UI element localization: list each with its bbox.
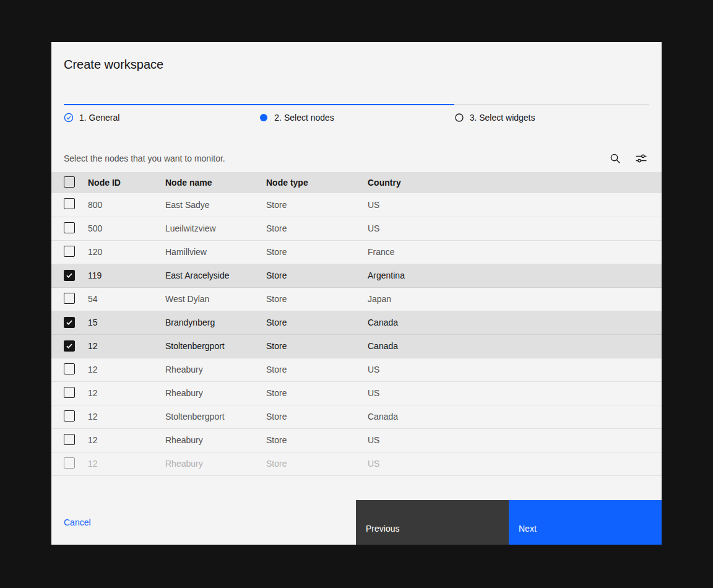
cell-country: US (368, 452, 662, 475)
cell-node-name: Rheabury (165, 358, 266, 381)
table-row[interactable]: 120 Hamillview Store France (51, 240, 662, 264)
cell-node-name: Rheabury (165, 428, 266, 452)
cell-node-type: Store (266, 334, 368, 358)
step-complete-icon (64, 113, 74, 123)
settings-adjust-icon[interactable] (636, 153, 647, 164)
table-header-row: Node ID Node name Node type Country (51, 172, 662, 193)
row-checkbox[interactable] (64, 410, 75, 422)
cell-country: Canada (368, 334, 662, 358)
cell-country: US (368, 217, 662, 240)
cell-node-id: 12 (88, 405, 165, 428)
cell-country: US (368, 358, 662, 381)
cell-node-type: Store (266, 452, 368, 475)
row-checkbox[interactable] (64, 293, 75, 304)
cell-node-name: East Aracelyside (165, 264, 266, 287)
row-checkbox[interactable] (64, 222, 75, 233)
cell-country: Canada (368, 311, 662, 334)
table-row[interactable]: 119 East Aracelyside Store Argentina (51, 264, 662, 287)
table-row[interactable]: 12 Rheabury Store US (51, 428, 662, 452)
cell-node-name: West Dylan (165, 287, 266, 311)
table-row[interactable]: 54 West Dylan Store Japan (51, 287, 662, 311)
table-row[interactable]: 800 East Sadye Store US (51, 193, 662, 217)
cell-node-name: Brandynberg (165, 311, 266, 334)
cell-node-type: Store (266, 217, 368, 240)
column-header-country[interactable]: Country (368, 172, 662, 193)
progress-step-select-widgets[interactable]: 3. Select widgets (454, 104, 649, 140)
step-label: 2. Select nodes (274, 113, 334, 123)
step-current-icon (259, 113, 269, 123)
row-checkbox[interactable] (64, 340, 75, 352)
modal-footer: Cancel Previous Next (51, 500, 662, 545)
row-checkbox[interactable] (64, 317, 75, 328)
cell-node-id: 500 (88, 217, 165, 240)
cell-country: US (368, 381, 662, 405)
table-toolbar: Select the nodes that you want to monito… (51, 140, 662, 172)
row-checkbox[interactable] (64, 363, 75, 374)
cell-country: Japan (368, 287, 662, 311)
column-header-node-type[interactable]: Node type (266, 172, 368, 193)
cell-node-name: Stoltenbergport (165, 405, 266, 428)
cell-node-type: Store (266, 240, 368, 264)
column-header-node-name[interactable]: Node name (165, 172, 266, 193)
table-row[interactable]: 12 Rheabury Store US (51, 358, 662, 381)
cell-node-name: Rheabury (165, 381, 266, 405)
cell-node-type: Store (266, 264, 368, 287)
cell-node-name: Lueilwitzview (165, 217, 266, 240)
cell-node-name: East Sadye (165, 193, 266, 217)
table-row[interactable]: 12 Rheabury Store US (51, 381, 662, 405)
cancel-button[interactable]: Cancel (64, 517, 91, 527)
table-row[interactable]: 15 Brandynberg Store Canada (51, 311, 662, 334)
cell-node-id: 15 (88, 311, 165, 334)
cell-node-id: 12 (88, 428, 165, 452)
row-checkbox[interactable] (64, 270, 75, 281)
table-body: 800 East Sadye Store US 500 Lueilwitzvie… (51, 193, 662, 475)
row-checkbox[interactable] (64, 387, 75, 398)
column-header-node-id[interactable]: Node ID (88, 172, 165, 193)
cell-node-type: Store (266, 358, 368, 381)
cell-node-id: 120 (88, 240, 165, 264)
cell-node-id: 12 (88, 358, 165, 381)
cell-country: Canada (368, 405, 662, 428)
cell-node-id: 54 (88, 287, 165, 311)
page-title: Create workspace (51, 42, 662, 72)
step-label: 3. Select widgets (470, 113, 535, 123)
cell-country: US (368, 428, 662, 452)
table-row[interactable]: 12 Stoltenbergport Store Canada (51, 334, 662, 358)
cell-node-id: 12 (88, 452, 165, 475)
row-checkbox[interactable] (64, 457, 75, 469)
cell-country: France (368, 240, 662, 264)
cell-node-type: Store (266, 405, 368, 428)
select-all-checkbox[interactable] (64, 176, 75, 188)
row-checkbox[interactable] (64, 434, 75, 445)
step-label: 1. General (79, 113, 119, 123)
cell-node-type: Store (266, 287, 368, 311)
table-row[interactable]: 12 Stoltenbergport Store Canada (51, 405, 662, 428)
previous-button[interactable]: Previous (356, 500, 509, 545)
nodes-table: Node ID Node name Node type Country 800 … (51, 172, 662, 476)
cell-node-id: 119 (88, 264, 165, 287)
progress-step-select-nodes[interactable]: 2. Select nodes (259, 104, 454, 140)
cell-node-id: 12 (88, 334, 165, 358)
progress-indicator: 1. General 2. Select nodes 3. Select wid… (64, 104, 649, 140)
cell-node-type: Store (266, 428, 368, 452)
cell-node-type: Store (266, 311, 368, 334)
create-workspace-modal: Create workspace 1. General 2. Select no… (51, 42, 662, 545)
cell-node-name: Hamillview (165, 240, 266, 264)
cell-node-type: Store (266, 193, 368, 217)
cell-country: Argentina (368, 264, 662, 287)
row-checkbox[interactable] (64, 198, 75, 209)
cell-node-id: 800 (88, 193, 165, 217)
table-description: Select the nodes that you want to monito… (64, 152, 225, 165)
cell-country: US (368, 193, 662, 217)
next-button[interactable]: Next (509, 500, 662, 545)
step-incomplete-icon (454, 113, 464, 123)
search-icon[interactable] (610, 153, 621, 164)
table-row[interactable]: 500 Lueilwitzview Store US (51, 217, 662, 240)
row-checkbox[interactable] (64, 246, 75, 257)
cell-node-name: Rheabury (165, 452, 266, 475)
progress-step-general[interactable]: 1. General (64, 104, 259, 140)
cell-node-type: Store (266, 381, 368, 405)
cell-node-name: Stoltenbergport (165, 334, 266, 358)
cell-node-id: 12 (88, 381, 165, 405)
table-row[interactable]: 12 Rheabury Store US (51, 452, 662, 475)
